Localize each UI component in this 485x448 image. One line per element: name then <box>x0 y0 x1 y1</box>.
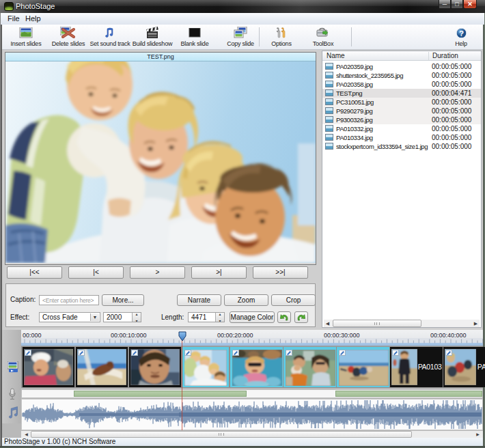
svg-text:?: ? <box>459 29 464 38</box>
